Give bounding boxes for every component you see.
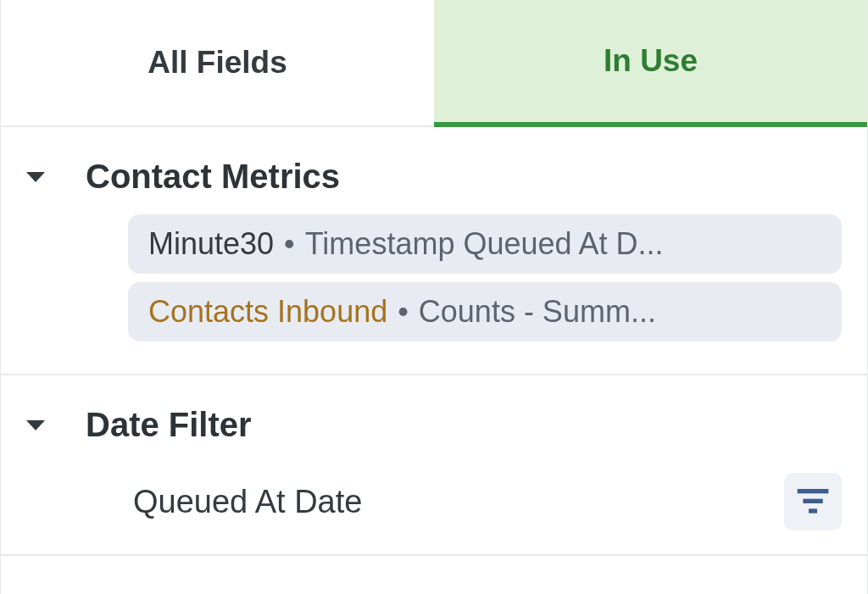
svg-rect-1	[803, 499, 822, 503]
section-header-contact-metrics[interactable]: Contact Metrics	[1, 151, 867, 214]
pill-secondary-label: Counts - Summ...	[419, 294, 656, 330]
section-title: Contact Metrics	[86, 158, 340, 196]
bullet-separator: •	[398, 294, 409, 330]
pills-list: Minute30 • Timestamp Queued At D... Cont…	[1, 214, 867, 341]
pill-secondary-label: Timestamp Queued At D...	[305, 226, 664, 262]
filter-button[interactable]	[784, 473, 842, 530]
section-title: Date Filter	[86, 406, 252, 444]
section-date-filter: Date Filter Queued At Date	[1, 375, 867, 556]
bullet-separator: •	[284, 226, 295, 262]
caret-down-icon	[26, 172, 45, 182]
field-pill[interactable]: Contacts Inbound • Counts - Summ...	[128, 282, 842, 341]
svg-rect-2	[809, 508, 817, 513]
filter-icon	[796, 487, 830, 516]
caret-down-icon	[26, 420, 45, 430]
section-header-date-filter[interactable]: Date Filter	[1, 399, 867, 463]
sidebar-panel: All Fields In Use Contact Metrics Minute…	[0, 0, 868, 594]
field-label: Queued At Date	[133, 484, 362, 520]
section-contact-metrics: Contact Metrics Minute30 • Timestamp Que…	[1, 127, 867, 375]
pill-primary-label: Minute30	[148, 226, 274, 262]
tab-all-fields[interactable]: All Fields	[1, 0, 434, 125]
field-row: Queued At Date	[1, 463, 867, 530]
svg-rect-0	[798, 489, 829, 493]
tabs-bar: All Fields In Use	[1, 0, 867, 127]
pill-primary-label: Contacts Inbound	[148, 294, 387, 330]
tab-in-use[interactable]: In Use	[434, 0, 867, 127]
field-pill[interactable]: Minute30 • Timestamp Queued At D...	[128, 214, 842, 274]
